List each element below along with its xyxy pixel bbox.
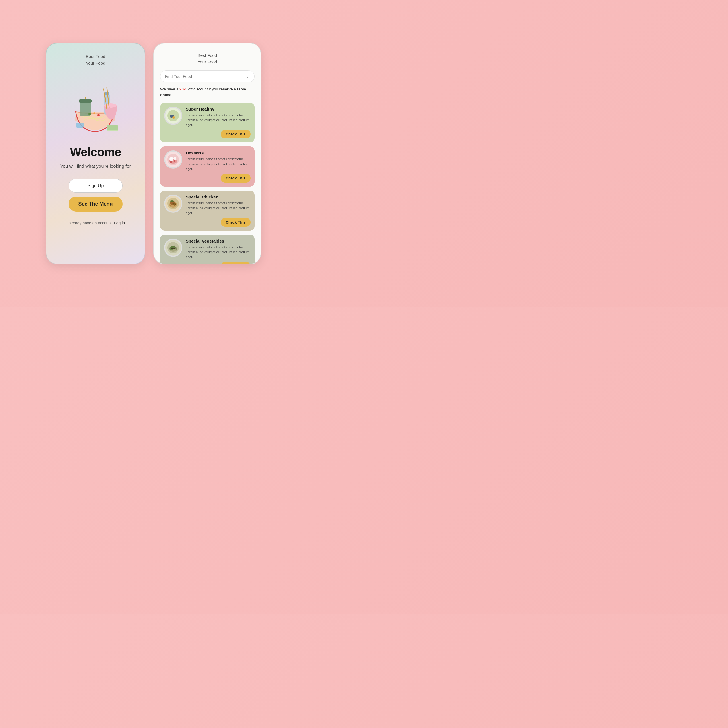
card-image-chicken xyxy=(164,194,182,213)
login-prompt: I already have an account. Log in xyxy=(66,221,125,225)
left-phone: Best Food Your Food xyxy=(46,43,145,265)
see-menu-button[interactable]: See The Menu xyxy=(69,196,122,211)
card-image-super-healthy xyxy=(164,107,182,125)
brand-right: Best Food Your Food xyxy=(160,52,254,65)
brand-left: Best Food Your Food xyxy=(86,54,106,66)
check-button-3[interactable]: Check This xyxy=(221,262,251,265)
card-desserts: Desserts Lorem ipsum dolor sit amet cons… xyxy=(160,147,254,187)
card-title-1: Desserts xyxy=(186,150,251,155)
svg-point-15 xyxy=(93,112,95,114)
card-desc-2: Lorem ipsum dolor sit amet consectetur. … xyxy=(186,201,251,216)
check-button-1[interactable]: Check This xyxy=(221,174,251,183)
check-button-0[interactable]: Check This xyxy=(221,130,251,139)
login-link[interactable]: Log in xyxy=(114,221,125,225)
search-input[interactable] xyxy=(165,74,246,79)
welcome-subtitle: You will find what you're looking for xyxy=(60,163,131,170)
check-button-2[interactable]: Check This xyxy=(221,218,251,226)
card-desc-3: Lorem ipsum dolor sit amet consectetur. … xyxy=(186,245,251,260)
search-bar[interactable]: ⌕ xyxy=(160,70,254,83)
signup-button[interactable]: Sign Up xyxy=(69,179,122,193)
discount-banner: We have a 20% off discount if you reserv… xyxy=(160,86,254,98)
svg-point-26 xyxy=(173,157,176,160)
card-title-0: Super Healthy xyxy=(186,107,251,112)
welcome-heading: Welcome xyxy=(70,145,121,159)
svg-point-27 xyxy=(170,161,172,163)
card-image-desserts xyxy=(164,150,182,169)
card-special-chicken: Special Chicken Lorem ipsum dolor sit am… xyxy=(160,191,254,231)
svg-rect-5 xyxy=(105,92,109,95)
card-image-vegetables xyxy=(164,239,182,257)
card-desc-0: Lorem ipsum dolor sit amet consectetur. … xyxy=(186,113,251,128)
svg-point-14 xyxy=(97,114,99,116)
svg-point-38 xyxy=(170,248,173,250)
svg-point-28 xyxy=(174,160,176,162)
card-super-healthy: Super Healthy Lorem ipsum dolor sit amet… xyxy=(160,102,254,143)
card-special-vegetables: Special Vegetables Lorem ipsum dolor sit… xyxy=(160,235,254,265)
search-icon: ⌕ xyxy=(246,73,250,80)
svg-point-20 xyxy=(172,116,175,119)
svg-point-13 xyxy=(89,113,91,115)
svg-rect-11 xyxy=(107,125,118,130)
svg-rect-12 xyxy=(76,122,84,128)
svg-rect-2 xyxy=(79,99,92,102)
svg-point-25 xyxy=(170,157,173,161)
card-desc-1: Lorem ipsum dolor sit amet consectetur. … xyxy=(186,157,251,171)
svg-point-34 xyxy=(170,200,174,202)
card-title-3: Special Vegetables xyxy=(186,239,251,243)
right-phone: Best Food Your Food ⌕ We have a 20% off … xyxy=(153,43,262,265)
card-title-2: Special Chicken xyxy=(186,194,251,199)
food-illustration xyxy=(61,72,130,140)
